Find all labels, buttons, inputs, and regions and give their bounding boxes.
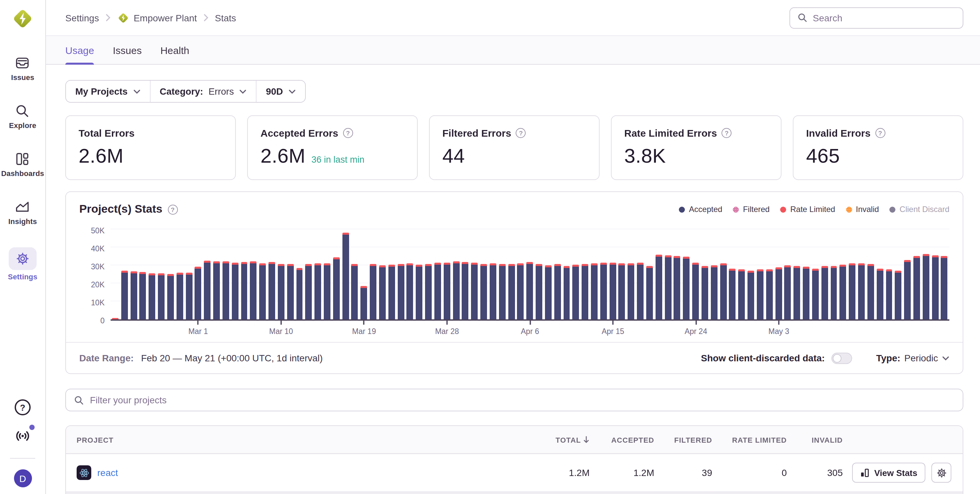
chart-bar (388, 265, 395, 319)
table-row: react 1.2M 1.2M 39 0 305 View Stats (66, 454, 963, 492)
date-range-label: Date Range: (79, 353, 134, 363)
sidebar-item-dashboards[interactable]: Dashboards (1, 151, 44, 177)
legend-label: Invalid (856, 205, 879, 214)
help-icon[interactable]: ? (15, 399, 31, 415)
chart-bar (398, 264, 404, 319)
chart-bar (490, 263, 496, 319)
legend-dot (733, 206, 739, 212)
help-question-icon[interactable]: ? (875, 128, 885, 138)
chart-bar (517, 263, 524, 319)
legend-label: Filtered (743, 205, 770, 214)
global-search[interactable] (789, 7, 963, 28)
chart-bar (112, 318, 119, 319)
sidebar-item-issues[interactable]: Issues (11, 55, 34, 81)
chart-bar (305, 264, 312, 319)
search-icon (74, 395, 84, 405)
stat-card-value: 3.8K (624, 145, 666, 167)
help-question-icon[interactable]: ? (343, 128, 353, 138)
sort-desc-arrow-icon (583, 436, 590, 443)
chart-bar (434, 263, 441, 319)
legend-item-filtered[interactable]: Filtered (733, 205, 770, 214)
category-filter-dropdown[interactable]: Category: Errors (150, 81, 256, 102)
tabbar: Usage Issues Health (46, 35, 980, 65)
chart-bar (508, 264, 515, 319)
period-value: 90D (266, 86, 283, 97)
project-filter-input[interactable] (90, 395, 955, 405)
content: My Projects Category: Errors 90D (46, 65, 980, 494)
chart-bar (637, 263, 644, 319)
project-filter-box[interactable] (65, 389, 963, 411)
chart-bar (904, 260, 911, 319)
whats-new-button[interactable] (14, 427, 31, 445)
x-tick-label: Apr 6 (521, 327, 539, 335)
sidebar-item-label: Settings (8, 272, 37, 280)
chart-bar (886, 269, 892, 319)
client-discard-toggle[interactable] (831, 352, 852, 364)
sidebar-item-settings[interactable]: Settings (8, 247, 37, 280)
stat-card-title: Total Errors (79, 127, 135, 139)
legend-item-client-discard[interactable]: Client Discard (890, 205, 949, 214)
y-tick-label: 20K (91, 280, 105, 288)
sidebar-divider (10, 458, 35, 459)
x-tick (695, 321, 697, 325)
chart-bar (259, 263, 266, 319)
col-project[interactable]: PROJECT (66, 436, 523, 444)
help-question-icon[interactable]: ? (722, 128, 732, 138)
col-total[interactable]: TOTAL (523, 436, 590, 444)
chart-bars[interactable] (111, 224, 949, 319)
chart-bar (702, 266, 708, 319)
chart-bar (766, 269, 773, 319)
tab-usage[interactable]: Usage (65, 36, 94, 64)
col-rate-limited[interactable]: RATE LIMITED (712, 436, 787, 444)
legend-item-invalid[interactable]: Invalid (846, 205, 879, 214)
chart-bar (554, 264, 561, 319)
chart-bar (858, 263, 865, 319)
chart-bar (849, 263, 856, 319)
stat-card-value: 465 (806, 145, 840, 167)
x-tick (280, 321, 282, 325)
period-filter-dropdown[interactable]: 90D (256, 81, 305, 102)
issues-icon (15, 55, 30, 71)
user-avatar[interactable]: D (14, 469, 32, 487)
sidebar-item-explore[interactable]: Explore (9, 104, 36, 129)
legend-item-accepted[interactable]: Accepted (679, 205, 722, 214)
chart-bar (877, 269, 883, 319)
chevron-down-icon (133, 89, 140, 94)
chart-bar (600, 263, 607, 319)
col-filtered[interactable]: FILTERED (654, 436, 712, 444)
col-total-label: TOTAL (555, 436, 581, 444)
tab-health[interactable]: Health (160, 36, 189, 64)
chart-bar (692, 263, 699, 319)
chart-bar (941, 256, 948, 319)
chart-bar (278, 264, 285, 319)
org-logo-icon[interactable] (11, 7, 34, 30)
help-question-icon[interactable]: ? (167, 204, 178, 214)
chart-y-axis: 010K20K30K40K50K (79, 224, 105, 321)
x-tick-label: Apr 15 (601, 327, 624, 335)
project-settings-button[interactable] (931, 463, 951, 483)
projects-filter-dropdown[interactable]: My Projects (66, 81, 150, 102)
chart-bar (683, 257, 690, 319)
category-value: Errors (208, 86, 234, 97)
tab-issues[interactable]: Issues (113, 36, 142, 64)
stats-chart[interactable]: 010K20K30K40K50K Mar 1Mar 10Mar 19Mar 28… (66, 216, 963, 342)
help-question-icon[interactable]: ? (516, 128, 526, 138)
legend-item-rate-limited[interactable]: Rate Limited (780, 205, 835, 214)
chart-bar (923, 254, 929, 319)
search-input[interactable] (813, 12, 955, 23)
view-stats-button[interactable]: View Stats (852, 463, 925, 483)
col-accepted[interactable]: ACCEPTED (590, 436, 654, 444)
legend-dot (890, 206, 896, 212)
type-dropdown[interactable]: Type: Periodic (876, 353, 949, 363)
x-tick (446, 321, 448, 325)
chart-bar (269, 262, 275, 319)
project-link[interactable]: react (97, 467, 118, 478)
chart-footer: Date Range: Feb 20 — May 21 (+00:00 UTC,… (66, 342, 963, 373)
y-tick-label: 30K (91, 263, 105, 271)
col-invalid[interactable]: INVALID (787, 436, 843, 444)
breadcrumb-settings[interactable]: Settings (65, 12, 99, 23)
sidebar-item-insights[interactable]: Insights (8, 199, 37, 225)
chart-bar (711, 265, 718, 319)
breadcrumb-project[interactable]: Empower Plant (117, 12, 197, 24)
stat-card-value: 44 (442, 145, 465, 167)
